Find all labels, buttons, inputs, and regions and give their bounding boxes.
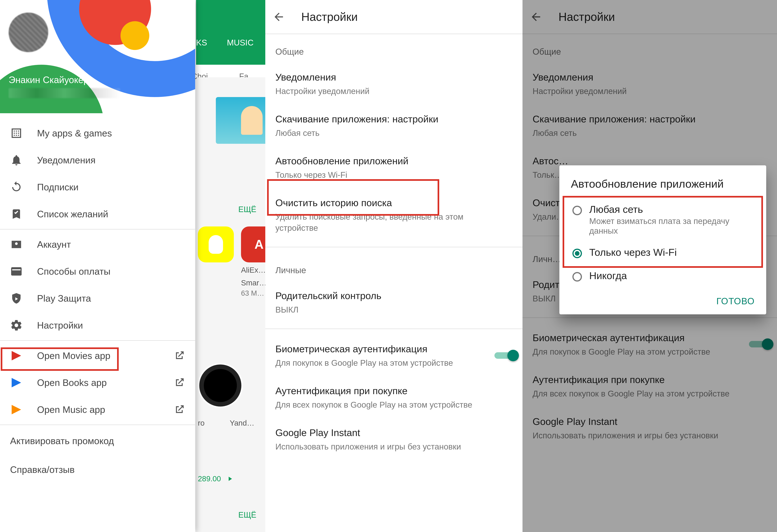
- dialog-title: Автообновление приложений: [571, 177, 755, 191]
- play-movies-icon: [10, 350, 23, 362]
- drawer-item-movies-app[interactable]: Open Movies app: [0, 342, 195, 369]
- app-row-2: [198, 363, 265, 409]
- drawer-item-wishlist[interactable]: Список желаний: [0, 201, 195, 228]
- app-name: ro: [198, 419, 205, 427]
- settings-item-notifications[interactable]: Уведомления Настройки уведомлений: [265, 63, 523, 105]
- tab-music[interactable]: MUSIC: [227, 38, 253, 47]
- app-sub: Smar…: [241, 278, 265, 288]
- gear-icon: [10, 319, 23, 331]
- drawer-item-books-app[interactable]: Open Books app: [0, 369, 195, 396]
- drawer-item-label: Список желаний: [37, 209, 108, 220]
- drawer-item-label: Play Защита: [37, 293, 91, 304]
- drawer-item-label: My apps & games: [37, 128, 112, 139]
- radio-checked-icon: [572, 248, 583, 259]
- drawer-item-label: Open Movies app: [37, 350, 110, 361]
- drawer-item-music-app[interactable]: Open Music app: [0, 396, 195, 423]
- svg-point-0: [573, 206, 581, 215]
- radio-unchecked-icon: [572, 205, 583, 216]
- settings-item-auth-purchase[interactable]: Аутентификация при покупке Для всех поку…: [265, 376, 523, 418]
- settings-item-biometric[interactable]: Биометрическая аутентификация Для покупо…: [265, 335, 523, 376]
- app-name: Yand…: [230, 419, 254, 427]
- drawer-item-notifications[interactable]: Уведомления: [0, 147, 195, 174]
- drawer-list: My apps & games Уведомления Подписки Спи…: [0, 113, 195, 532]
- settings-item-parental[interactable]: Родительский контроль ВЫКЛ: [265, 281, 523, 323]
- app-price: 289.00: [198, 475, 221, 483]
- divider: [265, 328, 523, 329]
- divider: [0, 229, 195, 230]
- apps-icon: [10, 127, 23, 139]
- drawer-item-payment[interactable]: Способы оплаты: [0, 258, 195, 285]
- settings-item-instant[interactable]: Google Play Instant Использовать приложе…: [265, 418, 523, 460]
- user-name: Энакин Скайуокер: [9, 75, 89, 85]
- play-triangle-icon: [226, 475, 233, 483]
- drawer-item-label: Подписки: [37, 182, 79, 192]
- divider: [265, 247, 523, 247]
- navigation-drawer: Энакин Скайуокер My apps & games Уведомл…: [0, 0, 195, 532]
- dialog-done-button[interactable]: ГОТОВО: [571, 296, 755, 306]
- svg-point-2: [575, 251, 579, 256]
- drawer-item-my-apps[interactable]: My apps & games: [0, 120, 195, 147]
- avatar[interactable]: [9, 13, 48, 52]
- tab-books[interactable]: KS: [196, 38, 207, 47]
- more-button-2[interactable]: ЕЩЁ: [238, 510, 256, 519]
- app-row: A AliEx… Smar… 63 M…: [198, 227, 265, 297]
- drawer-item-subscriptions[interactable]: Подписки: [0, 174, 195, 201]
- screenshot-1: KS MUSIC Choi… Fa… ЕЩЁ A AliEx… Smar… 63…: [0, 0, 265, 532]
- promo-image[interactable]: [216, 97, 265, 144]
- auto-update-dialog: Автообновление приложений Любая сеть Мож…: [559, 165, 766, 314]
- app-size: 63 M…: [241, 289, 265, 297]
- settings-list-general: Уведомления Настройки уведомлений Скачив…: [265, 63, 523, 241]
- open-external-icon: [174, 404, 185, 415]
- app-name: AliEx…: [241, 265, 265, 275]
- drawer-item-promo[interactable]: Активировать промокод: [0, 426, 195, 455]
- drawer-item-label: Open Books app: [37, 377, 107, 388]
- more-button[interactable]: ЕЩЁ: [238, 205, 256, 214]
- drawer-item-label: Настройки: [37, 320, 83, 331]
- drawer-header[interactable]: Энакин Скайуокер: [0, 0, 195, 113]
- drawer-item-label: Аккаунт: [37, 239, 71, 250]
- dialog-option-wifi-only[interactable]: Только через Wi-Fi: [571, 241, 755, 264]
- toggle-biometric[interactable]: [494, 351, 518, 361]
- app-icon-generic[interactable]: [198, 363, 243, 408]
- radio-unchecked-icon: [572, 271, 583, 282]
- play-books-icon: [10, 376, 23, 389]
- drawer-item-label: Способы оплаты: [37, 266, 110, 277]
- account-icon: [10, 238, 23, 251]
- card-icon: [10, 265, 23, 278]
- play-music-icon: [10, 403, 23, 416]
- svg-point-3: [573, 272, 581, 281]
- divider: [0, 424, 195, 425]
- section-personal: Личные: [265, 253, 523, 281]
- settings-item-clear-history[interactable]: Очистить историю поиска Удалить поисковы…: [265, 188, 523, 241]
- bookmark-icon: [10, 208, 23, 220]
- refresh-icon: [10, 181, 23, 193]
- open-external-icon: [174, 350, 185, 362]
- shield-icon: [10, 292, 23, 305]
- settings-list-personal: Родительский контроль ВЫКЛ Биометрическа…: [265, 281, 523, 460]
- divider: [0, 340, 195, 341]
- drawer-item-label: Уведомления: [37, 155, 96, 165]
- screenshot-3: Настройки Общие Уведомления Настройки ув…: [523, 0, 777, 532]
- drawer-item-account[interactable]: Аккаунт: [0, 231, 195, 258]
- app-icon-aliexpress[interactable]: A: [241, 227, 265, 262]
- settings-header: Настройки: [265, 0, 523, 34]
- bell-icon: [10, 154, 23, 166]
- dialog-option-never[interactable]: Никогда: [571, 264, 755, 288]
- drawer-item-protect[interactable]: Play Защита: [0, 285, 195, 312]
- settings-item-auto-update[interactable]: Автообновление приложений Только через W…: [265, 146, 523, 188]
- open-external-icon: [174, 377, 185, 388]
- user-email-blurred: [9, 88, 120, 98]
- section-general: Общие: [265, 34, 523, 63]
- drawer-item-label: Open Music app: [37, 404, 105, 415]
- page-title: Настройки: [301, 10, 358, 23]
- drawer-item-settings[interactable]: Настройки: [0, 312, 195, 339]
- settings-item-download[interactable]: Скачивание приложения: настройки Любая с…: [265, 105, 523, 146]
- dialog-option-any-network[interactable]: Любая сеть Может взиматься плата за пере…: [571, 198, 755, 241]
- screenshot-2: Настройки Общие Уведомления Настройки ув…: [265, 0, 523, 532]
- back-arrow-icon[interactable]: [272, 11, 285, 23]
- drawer-item-help[interactable]: Справка/отзыв: [0, 455, 195, 484]
- app-icon-snapchat[interactable]: [198, 227, 234, 262]
